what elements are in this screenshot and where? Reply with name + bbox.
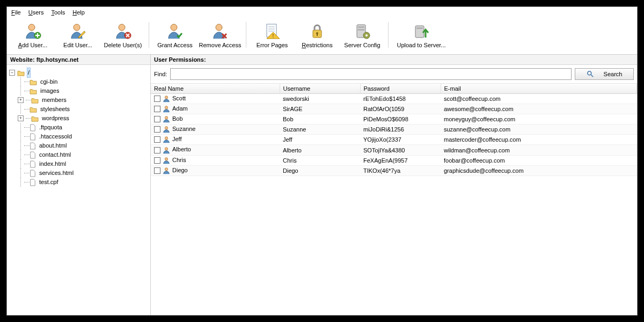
main-window: File Users Tools Help Add User... — [6, 6, 638, 316]
user-add-icon — [24, 23, 41, 40]
server-config-button[interactable]: Server Config — [340, 20, 385, 50]
folder-icon — [30, 88, 37, 94]
error-pages-button[interactable]: ! Error Pages — [250, 20, 295, 50]
tree-file-ftpquota[interactable]: .ftpquota — [9, 123, 148, 132]
cell-username: Suzanne — [280, 125, 360, 135]
cell-username: swedorski — [280, 94, 360, 104]
table-row[interactable]: SuzanneSuzannemiJoDiRi&1256suzanne@coffe… — [151, 125, 637, 135]
cell-username: Jeff — [280, 135, 360, 145]
delete-users-button[interactable]: Delete User(s) — [100, 20, 145, 50]
tree-folder-wordpress[interactable]: + wordpress — [9, 114, 148, 123]
folder-icon — [30, 106, 37, 113]
tree-file-test[interactable]: test.cpf — [9, 178, 148, 187]
row-checkbox[interactable] — [154, 116, 160, 122]
row-checkbox[interactable] — [154, 136, 160, 143]
col-real-name[interactable]: Real Name — [151, 84, 280, 94]
svg-point-0 — [28, 24, 35, 31]
file-icon — [30, 170, 36, 177]
cell-password: rETohEdo$1458 — [360, 94, 441, 104]
col-password[interactable]: Password — [360, 84, 441, 94]
svg-point-3 — [119, 24, 125, 31]
folder-icon — [30, 79, 37, 85]
menu-users[interactable]: Users — [28, 9, 44, 16]
find-label: Find: — [154, 71, 167, 77]
table-row[interactable]: JeffJeffYOjijoXo(2337mastercoder@coffeec… — [151, 135, 637, 145]
svg-point-25 — [165, 147, 167, 150]
menu-file[interactable]: File — [11, 9, 21, 16]
edit-user-button[interactable]: Edit User... — [55, 20, 100, 50]
find-input[interactable] — [170, 68, 572, 80]
file-icon — [30, 151, 36, 159]
cell-username: SirAGE — [280, 104, 360, 114]
table-row[interactable]: AlbertoAlbertoSOTojIYa&4380wildman@coffe… — [151, 145, 637, 155]
col-username[interactable]: Username — [280, 84, 360, 94]
search-button[interactable]: Search — [575, 68, 634, 80]
menu-tools[interactable]: Tools — [51, 9, 65, 16]
tree-folder-members[interactable]: + members — [9, 96, 148, 105]
menubar: File Users Tools Help — [7, 7, 637, 18]
tree-file-htaccessold[interactable]: .htaccessold — [9, 132, 148, 141]
menu-help[interactable]: Help — [72, 9, 85, 16]
user-delete-icon — [114, 23, 131, 40]
grant-access-button[interactable]: Grant Access — [152, 20, 197, 50]
folder-icon — [31, 115, 39, 122]
cell-real-name: Jeff — [172, 136, 182, 142]
file-icon — [30, 124, 36, 131]
table-row[interactable]: ScottswedorskirETohEdo$1458scott@coffeec… — [151, 94, 637, 104]
file-icon — [30, 142, 36, 150]
tree-root[interactable]: − / — [9, 68, 148, 77]
right-pane: User Permissions: Find: Search Real Name… — [151, 55, 637, 315]
file-icon — [30, 133, 36, 141]
cell-password: YOjijoXo(2337 — [360, 135, 441, 145]
expand-icon[interactable]: + — [18, 97, 24, 103]
cell-real-name: Diego — [172, 167, 188, 173]
tree-file-index[interactable]: index.html — [9, 159, 148, 169]
server-config-icon — [354, 23, 371, 40]
tree-file-contact[interactable]: contact.html — [9, 150, 148, 159]
tree-folder-stylesheets[interactable]: stylesheets — [9, 105, 148, 114]
tree-file-services[interactable]: services.html — [9, 169, 148, 178]
cell-email: scott@coffeecup.com — [441, 94, 637, 104]
table-row[interactable]: AdamSirAGERatOfArO(1059awesome@coffeecup… — [151, 104, 637, 114]
row-checkbox[interactable] — [154, 157, 160, 164]
expand-icon[interactable]: + — [18, 115, 24, 121]
row-checkbox[interactable] — [154, 96, 160, 102]
svg-point-19 — [587, 71, 591, 75]
svg-rect-13 — [358, 26, 364, 28]
row-checkbox[interactable] — [154, 147, 160, 153]
tree-folder-images[interactable]: images — [9, 86, 148, 96]
file-icon — [30, 179, 36, 186]
cell-email: suzanne@coffeecup.com — [441, 125, 637, 135]
table-row[interactable]: DiegoDiegoTIKOx(46*7yagraphicsdude@coffe… — [151, 165, 637, 175]
row-checkbox[interactable] — [154, 106, 160, 112]
error-pages-icon: ! — [264, 23, 281, 40]
cell-email: awesome@coffeecup.com — [441, 104, 637, 114]
table-row[interactable]: ChrisChrisFeXAgEnA(9957foobar@coffeecup.… — [151, 155, 637, 165]
row-checkbox[interactable] — [154, 126, 160, 133]
row-checkbox[interactable] — [154, 167, 160, 174]
table-row[interactable]: BobBobPiDeMosO$6098moneyguy@coffeecup.co… — [151, 114, 637, 125]
cell-username: Chris — [280, 155, 360, 165]
cell-password: RatOfArO(1059 — [360, 104, 441, 114]
tree-file-about[interactable]: about.html — [9, 141, 148, 150]
svg-point-26 — [165, 157, 167, 160]
restrictions-button[interactable]: Restrictions — [295, 20, 340, 50]
svg-text:!: ! — [273, 33, 274, 39]
toolbar: Add User... Edit User... — [7, 18, 637, 55]
svg-point-20 — [165, 96, 167, 99]
collapse-icon[interactable]: − — [9, 70, 15, 76]
website-header: Website: ftp.hotsync.net — [7, 55, 150, 65]
user-grant-icon — [166, 23, 184, 40]
user-remove-icon — [211, 23, 229, 40]
cell-username: Alberto — [280, 145, 360, 155]
svg-point-21 — [165, 106, 167, 109]
cell-real-name: Alberto — [172, 146, 191, 152]
cell-username: Bob — [280, 114, 360, 125]
col-email[interactable]: E-mail — [441, 84, 637, 94]
add-user-button[interactable]: Add User... — [10, 20, 55, 50]
remove-access-button[interactable]: Remove Access — [197, 20, 243, 50]
cell-username: Diego — [280, 165, 360, 175]
directory-tree[interactable]: − / cgi-bin images + members — [7, 65, 150, 315]
tree-folder-cgi-bin[interactable]: cgi-bin — [9, 77, 148, 86]
upload-button[interactable]: Upload to Server... — [392, 20, 451, 50]
